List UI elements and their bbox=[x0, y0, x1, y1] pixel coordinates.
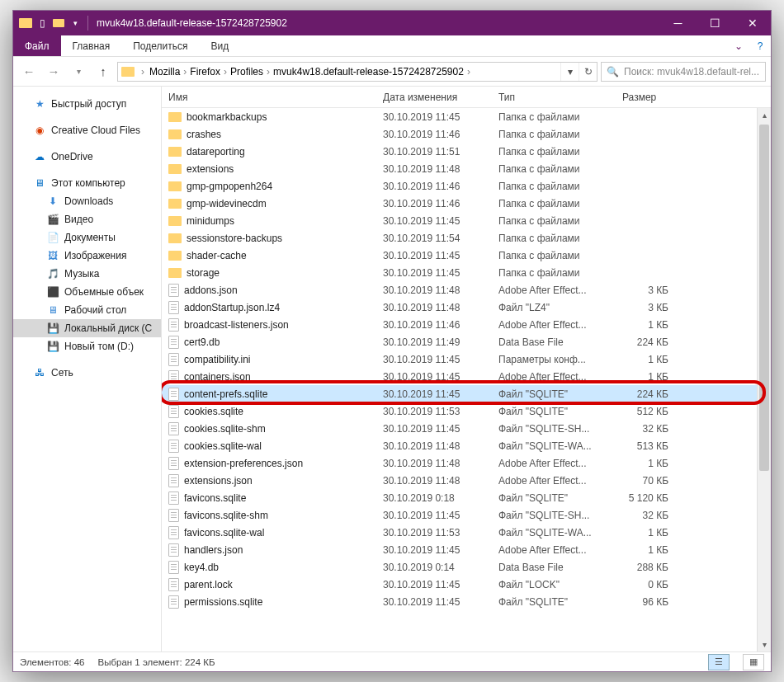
file-size-cell: 1 КБ bbox=[616, 458, 682, 469]
forward-button[interactable]: → bbox=[43, 61, 64, 82]
file-row[interactable]: parent.lock30.10.2019 11:45Файл "LOCK"0 … bbox=[162, 576, 771, 593]
scrollbar[interactable]: ▴ ▾ bbox=[757, 108, 771, 651]
scroll-down-icon[interactable]: ▾ bbox=[758, 637, 771, 651]
file-row[interactable]: broadcast-listeners.json30.10.2019 11:46… bbox=[162, 316, 771, 333]
file-row[interactable]: addonStartup.json.lz430.10.2019 11:48Фай… bbox=[162, 299, 771, 316]
refresh-button[interactable]: ↻ bbox=[579, 63, 597, 81]
chevron-right-icon[interactable]: › bbox=[139, 66, 146, 78]
sidebar-pc-item[interactable]: 📄Документы bbox=[13, 228, 161, 247]
file-type-cell: Файл "SQLITE-WA... bbox=[492, 527, 616, 539]
sidebar-pc-item[interactable]: 💾Локальный диск (C bbox=[13, 319, 161, 337]
file-row[interactable]: addons.json30.10.2019 11:48Adobe After E… bbox=[162, 281, 771, 299]
file-row[interactable]: favicons.sqlite30.10.2019 0:18Файл "SQLI… bbox=[162, 489, 771, 506]
sidebar-onedrive[interactable]: ☁OneDrive bbox=[13, 148, 161, 166]
breadcrumb-segment[interactable]: mvuk4w18.default-release-1572428725902 bbox=[272, 66, 465, 78]
file-row[interactable]: shader-cache30.10.2019 11:45Папка с файл… bbox=[162, 247, 771, 264]
sidebar-pc-item[interactable]: 🖥Рабочий стол bbox=[13, 301, 161, 319]
ribbon-tab[interactable]: Главная bbox=[61, 35, 122, 56]
file-row[interactable]: containers.json30.10.2019 11:45Adobe Aft… bbox=[162, 368, 771, 385]
sidebar-pc-item[interactable]: ⬇Downloads bbox=[13, 192, 161, 210]
file-icon bbox=[168, 405, 179, 418]
chevron-right-icon[interactable]: › bbox=[182, 66, 188, 78]
file-row[interactable]: favicons.sqlite-shm30.10.2019 11:45Файл … bbox=[162, 506, 771, 524]
ribbon-tab[interactable]: Поделиться bbox=[121, 35, 199, 56]
file-row[interactable]: extension-preferences.json30.10.2019 11:… bbox=[162, 454, 771, 472]
file-date-cell: 30.10.2019 11:48 bbox=[376, 163, 492, 175]
breadcrumb-segment[interactable]: Mozilla bbox=[148, 66, 182, 78]
file-type-cell: Папка с файлами bbox=[492, 215, 616, 227]
file-row[interactable]: bookmarkbackups30.10.2019 11:45Папка с ф… bbox=[162, 108, 771, 125]
file-row[interactable]: crashes30.10.2019 11:46Папка с файлами bbox=[162, 125, 771, 143]
sidebar-pc-item[interactable]: ⬛Объемные объек bbox=[13, 283, 161, 301]
file-size-cell: 1 КБ bbox=[616, 527, 682, 539]
navigation-bar: ← → ▾ ↑ › Mozilla›Firefox›Profiles›mvuk4… bbox=[13, 57, 771, 87]
breadcrumb-segment[interactable]: Firefox bbox=[188, 66, 222, 78]
sidebar-pc-item[interactable]: 🖼Изображения bbox=[13, 247, 161, 265]
sidebar-pc-item[interactable]: 🎵Музыка bbox=[13, 265, 161, 283]
chevron-right-icon[interactable]: › bbox=[265, 66, 272, 78]
file-row[interactable]: minidumps30.10.2019 11:45Папка с файлами bbox=[162, 212, 771, 229]
file-type-cell: Файл "SQLITE" bbox=[492, 596, 616, 608]
breadcrumb-segment[interactable]: Profiles bbox=[229, 66, 265, 78]
file-row[interactable]: sessionstore-backups30.10.2019 11:54Папк… bbox=[162, 229, 771, 247]
sidebar-pc-item[interactable]: 💾Новый том (D:) bbox=[13, 337, 161, 355]
file-row[interactable]: gmp-gmpopenh26430.10.2019 11:46Папка с ф… bbox=[162, 177, 771, 195]
navigation-pane: ★Быстрый доступ ◉Creative Cloud Files ☁O… bbox=[13, 87, 162, 651]
maximize-button[interactable]: ☐ bbox=[697, 11, 734, 35]
file-name-cell: minidumps bbox=[162, 215, 376, 227]
file-row[interactable]: extensions30.10.2019 11:48Папка с файлам… bbox=[162, 160, 771, 177]
file-name-cell: favicons.sqlite bbox=[162, 492, 376, 505]
chevron-right-icon[interactable]: › bbox=[465, 66, 472, 78]
file-row[interactable]: datareporting30.10.2019 11:51Папка с фай… bbox=[162, 143, 771, 160]
file-row[interactable]: key4.db30.10.2019 0:14Data Base File288 … bbox=[162, 558, 771, 576]
sidebar-creative-cloud[interactable]: ◉Creative Cloud Files bbox=[13, 121, 161, 139]
file-row[interactable]: compatibility.ini30.10.2019 11:45Парамет… bbox=[162, 350, 771, 368]
view-icons-button[interactable]: ▦ bbox=[743, 654, 764, 670]
file-row[interactable]: gmp-widevinecdm30.10.2019 11:46Папка с ф… bbox=[162, 195, 771, 212]
minimize-button[interactable]: ─ bbox=[659, 11, 697, 35]
up-button[interactable]: ↑ bbox=[92, 61, 114, 82]
sidebar-pc-item[interactable]: 🎬Видео bbox=[13, 210, 161, 228]
column-name[interactable]: Имя bbox=[162, 92, 376, 103]
search-icon: 🔍 bbox=[607, 66, 619, 78]
file-name-cell: favicons.sqlite-shm bbox=[162, 509, 376, 522]
ribbon-expand-icon[interactable]: ⌄ bbox=[728, 35, 749, 56]
qat-newfolder-icon[interactable] bbox=[51, 16, 66, 31]
file-row[interactable]: content-prefs.sqlite30.10.2019 11:45Файл… bbox=[162, 385, 771, 402]
ribbon-tab-file[interactable]: Файл bbox=[13, 35, 61, 56]
qat-dropdown-icon[interactable]: ▾ bbox=[68, 16, 83, 31]
file-row[interactable]: cookies.sqlite-shm30.10.2019 11:45Файл "… bbox=[162, 420, 771, 437]
column-size[interactable]: Размер bbox=[616, 92, 682, 103]
file-row[interactable]: storage30.10.2019 11:45Папка с файлами bbox=[162, 264, 771, 281]
address-bar[interactable]: › Mozilla›Firefox›Profiles›mvuk4w18.defa… bbox=[117, 62, 597, 82]
view-details-button[interactable]: ☰ bbox=[708, 654, 730, 670]
scroll-up-icon[interactable]: ▴ bbox=[758, 108, 771, 122]
status-bar: Элементов: 46 Выбран 1 элемент: 224 КБ ☰… bbox=[13, 651, 771, 671]
file-type-cell: Папка с файлами bbox=[492, 111, 616, 123]
file-row[interactable]: handlers.json30.10.2019 11:45Adobe After… bbox=[162, 541, 771, 558]
sidebar-network[interactable]: 🖧Сеть bbox=[13, 364, 161, 382]
sidebar-quick-access[interactable]: ★Быстрый доступ bbox=[13, 95, 161, 113]
file-row[interactable]: cert9.db30.10.2019 11:49Data Base File22… bbox=[162, 333, 771, 350]
recent-dropdown-icon[interactable]: ▾ bbox=[68, 61, 89, 82]
file-row[interactable]: permissions.sqlite30.10.2019 11:45Файл "… bbox=[162, 593, 771, 610]
file-row[interactable]: favicons.sqlite-wal30.10.2019 11:53Файл … bbox=[162, 524, 771, 541]
ribbon-tab[interactable]: Вид bbox=[199, 35, 240, 56]
file-name-cell: gmp-gmpopenh264 bbox=[162, 181, 376, 192]
chevron-right-icon[interactable]: › bbox=[222, 66, 229, 78]
back-button[interactable]: ← bbox=[18, 61, 40, 82]
scroll-thumb[interactable] bbox=[759, 125, 769, 471]
file-row[interactable]: cookies.sqlite30.10.2019 11:53Файл "SQLI… bbox=[162, 402, 771, 420]
titlebar[interactable]: ▯ ▾ mvuk4w18.default-release-15724287259… bbox=[13, 11, 771, 35]
search-input[interactable]: 🔍 Поиск: mvuk4w18.default-rel... bbox=[601, 62, 766, 82]
help-icon[interactable]: ? bbox=[749, 35, 771, 56]
file-row[interactable]: cookies.sqlite-wal30.10.2019 11:48Файл "… bbox=[162, 437, 771, 454]
close-button[interactable]: ✕ bbox=[734, 11, 771, 35]
file-row[interactable]: extensions.json30.10.2019 11:48Adobe Aft… bbox=[162, 472, 771, 489]
qat-properties-icon[interactable]: ▯ bbox=[35, 16, 50, 31]
column-date[interactable]: Дата изменения bbox=[376, 92, 492, 103]
file-name-cell: datareporting bbox=[162, 146, 376, 158]
column-type[interactable]: Тип bbox=[492, 92, 616, 103]
sidebar-this-pc[interactable]: 🖥Этот компьютер bbox=[13, 174, 161, 192]
address-dropdown-icon[interactable]: ▾ bbox=[560, 63, 579, 81]
